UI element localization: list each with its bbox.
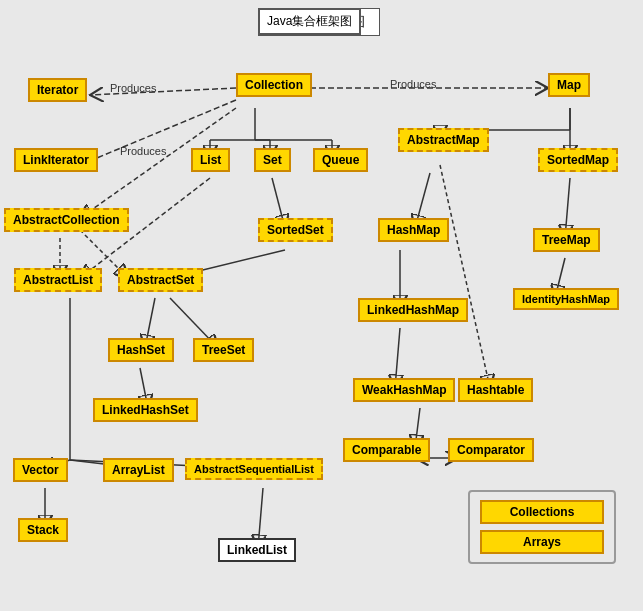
node-linkedhashset[interactable]: LinkedHashSet — [93, 398, 198, 422]
node-title: Java集合框架图 — [258, 8, 361, 35]
node-vector[interactable]: Vector — [13, 458, 68, 482]
node-comparable[interactable]: Comparable — [343, 438, 430, 462]
node-linkedhashmap[interactable]: LinkedHashMap — [358, 298, 468, 322]
node-collection[interactable]: Collection — [236, 73, 312, 97]
node-hashset[interactable]: HashSet — [108, 338, 174, 362]
produces-label-2: Produces — [390, 78, 436, 90]
node-sortedset[interactable]: SortedSet — [258, 218, 333, 242]
node-hashmap[interactable]: HashMap — [378, 218, 449, 242]
svg-line-18 — [440, 165, 490, 388]
node-treemap[interactable]: TreeMap — [533, 228, 600, 252]
node-linkedlist[interactable]: LinkedList — [218, 538, 296, 562]
node-set[interactable]: Set — [254, 148, 291, 172]
node-hashtable[interactable]: Hashtable — [458, 378, 533, 402]
diagram-container: Java集合框架图 — [0, 0, 643, 611]
node-abstractset[interactable]: AbstractSet — [118, 268, 203, 292]
node-linkiterator[interactable]: LinkIterator — [14, 148, 98, 172]
node-queue[interactable]: Queue — [313, 148, 368, 172]
node-map[interactable]: Map — [548, 73, 590, 97]
produces-label-3: Produces — [120, 145, 166, 157]
node-weakhashmap[interactable]: WeakHashMap — [353, 378, 455, 402]
node-list[interactable]: List — [191, 148, 230, 172]
node-treeset[interactable]: TreeSet — [193, 338, 254, 362]
node-arrays[interactable]: Arrays — [480, 530, 604, 554]
node-arraylist[interactable]: ArrayList — [103, 458, 174, 482]
node-stack[interactable]: Stack — [18, 518, 68, 542]
node-abstractsequentiallist[interactable]: AbstractSequentialList — [185, 458, 323, 480]
node-collections[interactable]: Collections — [480, 500, 604, 524]
produces-label-1: Produces — [110, 82, 156, 94]
node-abstractmap[interactable]: AbstractMap — [398, 128, 489, 152]
node-abstractlist[interactable]: AbstractList — [14, 268, 102, 292]
node-comparator[interactable]: Comparator — [448, 438, 534, 462]
node-sortedmap[interactable]: SortedMap — [538, 148, 618, 172]
legend-box: Collections Arrays — [468, 490, 616, 564]
node-identityhashmap[interactable]: IdentityHashMap — [513, 288, 619, 310]
node-iterator[interactable]: Iterator — [28, 78, 87, 102]
node-abstractcollection[interactable]: AbstractCollection — [4, 208, 129, 232]
